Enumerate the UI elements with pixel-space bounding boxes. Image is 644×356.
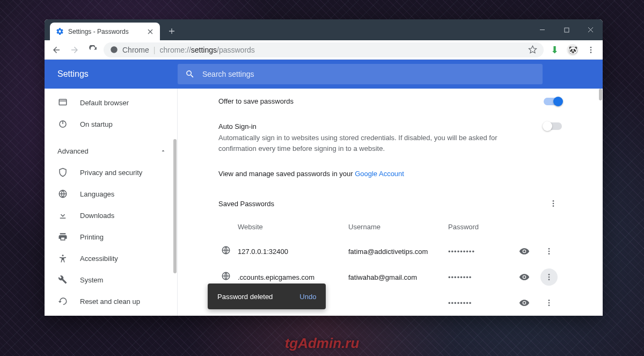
omnibox[interactable]: Chrome | chrome://settings/passwords (104, 42, 544, 57)
show-password-button[interactable] (516, 243, 533, 260)
toast-message: Password deleted (217, 293, 273, 301)
show-password-button[interactable] (516, 268, 533, 286)
titlebar: Settings - Passwords (45, 19, 603, 40)
sidebar-item-printing[interactable]: Printing (45, 226, 177, 248)
minimize-button[interactable] (530, 19, 554, 40)
cell-username: fatiwahab@gmail.com (348, 273, 445, 281)
close-tab-button[interactable] (146, 27, 155, 36)
offer-save-toggle[interactable] (544, 98, 562, 105)
svg-point-8 (62, 255, 64, 256)
saved-passwords-title: Saved Passwords (218, 200, 274, 208)
sidebar-item-label: Printing (80, 233, 104, 241)
new-tab-button[interactable] (164, 24, 179, 39)
settings-header: Settings (45, 60, 603, 89)
sidebar-item-label: On startup (80, 120, 113, 128)
site-info-icon[interactable] (110, 46, 118, 54)
browser-menu-button[interactable] (583, 42, 598, 57)
svg-point-2 (590, 47, 592, 48)
row-menu-button[interactable] (540, 243, 558, 260)
sidebar-item-label: Accessibility (80, 255, 118, 263)
sidebar-scrollbar[interactable] (173, 139, 177, 273)
extension-download-icon[interactable]: ⬇ (547, 42, 562, 57)
svg-point-22 (548, 304, 550, 306)
globe-icon (57, 188, 68, 199)
cell-website[interactable]: .ccounts.epicgames.com (238, 273, 345, 281)
window-close-button[interactable] (579, 19, 603, 40)
row-menu-button[interactable] (540, 294, 558, 311)
back-button[interactable] (49, 42, 64, 57)
auto-signin-toggle[interactable] (544, 122, 562, 130)
search-icon (185, 69, 195, 79)
globe-icon (221, 271, 231, 281)
shield-icon (57, 167, 68, 178)
url-path: chrome://settings/passwords (159, 46, 254, 54)
sidebar-item-accessibility[interactable]: Accessibility (45, 248, 177, 269)
download-icon (57, 210, 68, 221)
svg-point-4 (590, 52, 592, 53)
sidebar-item-label: Languages (80, 190, 114, 198)
col-username: Username (348, 223, 445, 231)
toast-notification: Password deleted Undo (208, 284, 326, 309)
svg-point-13 (548, 248, 550, 250)
url-scheme-label: Chrome (122, 46, 149, 54)
forward-button[interactable] (67, 42, 82, 57)
sidebar-item-default-browser[interactable]: Default browser (45, 92, 177, 113)
row-menu-button[interactable] (540, 268, 558, 286)
saved-passwords-header: Saved Passwords (208, 185, 573, 217)
saved-passwords-menu-button[interactable] (545, 195, 562, 212)
password-table-header: Website Username Password (208, 217, 573, 237)
sidebar-item-label: Downloads (80, 212, 114, 220)
profile-avatar[interactable]: 🐼 (565, 42, 580, 57)
svg-rect-0 (565, 28, 569, 32)
svg-point-10 (553, 203, 554, 205)
reload-button[interactable] (85, 42, 100, 57)
svg-point-11 (553, 205, 554, 207)
sidebar-item-label: Reset and clean up (80, 297, 140, 306)
cell-password: •••••••• (448, 299, 513, 307)
svg-point-15 (548, 253, 550, 255)
sidebar-item-privacy[interactable]: Privacy and security (45, 162, 177, 183)
offer-save-row: Offer to save passwords (208, 89, 573, 114)
maximize-button[interactable] (554, 19, 579, 40)
window-controls (530, 19, 603, 40)
sidebar-item-system[interactable]: System (45, 269, 177, 290)
sidebar-item-languages[interactable]: Languages (45, 183, 177, 205)
svg-point-21 (548, 302, 550, 304)
cell-password: •••••••• (448, 273, 513, 281)
sidebar-item-on-startup[interactable]: On startup (45, 113, 177, 135)
sidebar-item-reset[interactable]: Reset and clean up (45, 290, 177, 312)
restore-icon (57, 296, 68, 307)
offer-save-label: Offer to save passwords (218, 97, 294, 105)
power-icon (57, 119, 68, 129)
password-row: 127.0.0.1:32400 fatima@addictivetips.com… (208, 237, 573, 263)
bookmark-star-icon[interactable] (528, 45, 537, 54)
svg-point-3 (590, 49, 592, 50)
settings-search[interactable] (178, 64, 543, 84)
col-password: Password (448, 223, 513, 231)
svg-point-18 (548, 277, 550, 278)
svg-point-9 (553, 200, 554, 202)
print-icon (57, 231, 68, 242)
manage-passwords-row: View and manage saved passwords in your … (208, 162, 573, 185)
toast-undo-button[interactable]: Undo (299, 293, 316, 301)
sidebar-item-label: Default browser (80, 99, 129, 107)
main-scrollbar[interactable] (599, 89, 602, 100)
cell-website[interactable]: 127.0.0.1:32400 (238, 248, 345, 256)
sidebar-item-downloads[interactable]: Downloads (45, 205, 177, 226)
show-password-button[interactable] (516, 294, 533, 311)
cell-password: ••••••••• (448, 248, 513, 256)
col-website: Website (238, 223, 345, 231)
main-panel: Offer to save passwords Auto Sign-in Aut… (178, 89, 603, 316)
chevron-up-icon (160, 148, 166, 154)
sidebar-section-advanced[interactable]: Advanced (45, 140, 177, 162)
svg-point-19 (548, 279, 550, 280)
google-account-link[interactable]: Google Account (355, 170, 404, 178)
auto-signin-row: Auto Sign-in Automatically sign in to we… (208, 114, 573, 162)
svg-point-20 (548, 300, 550, 301)
settings-search-input[interactable] (202, 70, 535, 78)
sidebar-item-label: Privacy and security (80, 169, 142, 177)
address-bar: Chrome | chrome://settings/passwords ⬇ 🐼 (45, 40, 603, 60)
browser-tab[interactable]: Settings - Passwords (50, 23, 160, 40)
svg-rect-5 (59, 99, 67, 105)
auto-signin-title: Auto Sign-in (218, 122, 497, 130)
